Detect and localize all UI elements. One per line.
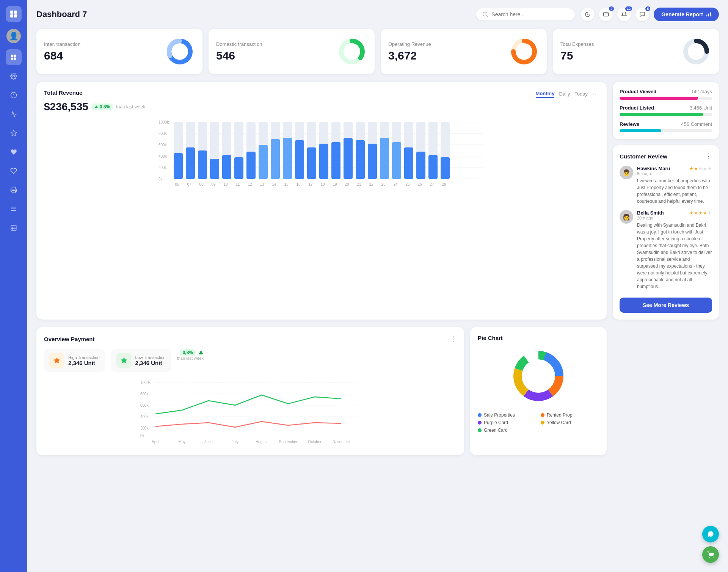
payment-dots-menu[interactable]: ⋮ xyxy=(450,335,457,343)
pie-wrap xyxy=(478,346,599,406)
metric-name-2: Reviews xyxy=(620,121,639,127)
svg-text:27: 27 xyxy=(430,182,434,186)
search-bar[interactable] xyxy=(476,8,575,20)
sidebar-item-star[interactable] xyxy=(6,125,22,141)
wallet-button[interactable]: 2 xyxy=(599,8,613,21)
sidebar-item-heart[interactable] xyxy=(6,144,22,160)
metric-product-viewed: Product Viewed 561/days xyxy=(620,89,712,100)
revenue-value: $236,535 xyxy=(44,101,88,113)
tab-monthly[interactable]: Monthly xyxy=(536,90,555,98)
review-dots-menu[interactable]: ⋮ xyxy=(705,152,712,160)
pie-title: Pie Chart xyxy=(478,335,599,341)
tab-daily[interactable]: Daily xyxy=(559,90,570,97)
legend-green-card: Green Card xyxy=(478,428,536,433)
stat-label-0: Inter. transaction xyxy=(44,41,80,47)
svg-text:08: 08 xyxy=(199,182,204,186)
svg-rect-5 xyxy=(14,55,16,57)
payment-line-chart: 1000k 800k 600k 400k 200k 0k xyxy=(44,378,457,448)
review-header: Customer Review ⋮ xyxy=(620,152,712,160)
svg-rect-81 xyxy=(271,139,280,179)
sidebar-item-info[interactable] xyxy=(6,87,22,103)
chat-button[interactable]: 5 xyxy=(635,8,649,21)
svg-marker-37 xyxy=(95,105,98,108)
svg-rect-92 xyxy=(404,147,413,179)
svg-text:600k: 600k xyxy=(158,143,167,147)
svg-text:400k: 400k xyxy=(158,154,167,158)
donut-chart-0 xyxy=(165,36,195,67)
metric-name-0: Product Viewed xyxy=(620,89,656,94)
svg-rect-91 xyxy=(392,142,401,179)
progress-bar-1 xyxy=(620,113,712,116)
review-title: Customer Review xyxy=(620,153,667,160)
revenue-dots-menu[interactable]: ⋯ xyxy=(592,89,599,98)
metrics-card: Product Viewed 561/days Product Listed 3… xyxy=(613,82,719,139)
stat-value-3: 75 xyxy=(560,49,594,62)
avatar[interactable]: 👤 xyxy=(6,29,21,43)
high-transaction-icon xyxy=(49,353,64,368)
see-more-reviews-button[interactable]: See More Reviews xyxy=(620,298,712,313)
svg-rect-74 xyxy=(186,147,195,179)
svg-rect-7 xyxy=(14,58,16,60)
sidebar-item-dashboard[interactable] xyxy=(6,49,22,65)
bell-badge: 12 xyxy=(625,6,632,11)
stat-value-0: 684 xyxy=(44,49,80,62)
review-text-0: I viewed a number of properties with Jus… xyxy=(637,177,712,205)
svg-text:0k: 0k xyxy=(140,434,145,438)
payment-trend: 0,8% than last week xyxy=(177,349,204,372)
svg-text:24: 24 xyxy=(393,182,398,186)
svg-text:400k: 400k xyxy=(140,415,149,419)
svg-point-145 xyxy=(709,557,710,558)
revenue-trend-badge: 0,8% xyxy=(91,103,113,110)
svg-text:800k: 800k xyxy=(140,392,149,396)
stat-value-2: 3,672 xyxy=(388,49,431,62)
content-row: Total Revenue Monthly Daily Today ⋯ $236… xyxy=(36,82,719,320)
stat-card-operating-revenue: Operating Revenue 3,672 xyxy=(381,29,547,74)
svg-text:September: September xyxy=(279,440,298,444)
generate-report-button[interactable]: Generate Report xyxy=(654,8,719,21)
sidebar-item-print[interactable] xyxy=(6,182,22,198)
stat-card-inter-transaction: Inter. transaction 684 xyxy=(36,29,202,74)
review-item-1: 👩 Bella Smith ★★★★★ 20m ago Dealing with… xyxy=(620,210,712,290)
search-input[interactable] xyxy=(491,11,567,17)
fab-cart[interactable] xyxy=(702,546,719,563)
svg-rect-1 xyxy=(14,11,17,14)
sidebar-item-analytics[interactable] xyxy=(6,106,22,122)
svg-rect-80 xyxy=(259,145,268,179)
sidebar-item-settings[interactable] xyxy=(6,68,22,84)
svg-rect-89 xyxy=(368,144,377,179)
svg-text:09: 09 xyxy=(211,182,216,186)
svg-text:23: 23 xyxy=(381,182,386,186)
svg-rect-95 xyxy=(441,157,450,179)
stat-value-1: 546 xyxy=(216,49,262,62)
sidebar-item-menu[interactable] xyxy=(6,201,22,217)
svg-text:July: July xyxy=(232,440,238,444)
bell-button[interactable]: 12 xyxy=(617,8,631,21)
svg-text:20: 20 xyxy=(345,182,349,186)
sidebar-item-heart-outline[interactable] xyxy=(6,163,22,179)
fab-support[interactable] xyxy=(702,526,719,542)
svg-text:1000k: 1000k xyxy=(158,120,169,124)
svg-text:17: 17 xyxy=(308,182,313,186)
revenue-header: Total Revenue Monthly Daily Today ⋯ xyxy=(44,89,599,98)
reviewer-avatar-1: 👩 xyxy=(620,210,633,224)
svg-point-21 xyxy=(483,12,487,16)
svg-text:200k: 200k xyxy=(140,426,149,430)
svg-text:600k: 600k xyxy=(140,403,149,407)
progress-fill-2 xyxy=(620,129,661,132)
app-logo[interactable] xyxy=(6,6,22,22)
revenue-trend-sub: than last week xyxy=(116,104,145,110)
sidebar-item-list[interactable] xyxy=(6,220,22,236)
svg-point-146 xyxy=(713,557,714,558)
tab-today[interactable]: Today xyxy=(574,90,588,97)
svg-text:16: 16 xyxy=(296,182,301,186)
svg-text:15: 15 xyxy=(284,182,289,186)
revenue-tabs: Monthly Daily Today ⋯ xyxy=(536,89,599,98)
bottom-row: Overview Payment ⋮ High Transaction 2,34… xyxy=(36,327,719,455)
svg-text:August: August xyxy=(256,440,267,444)
pie-chart-card: Pie Chart xyxy=(470,327,607,455)
moon-toggle[interactable] xyxy=(581,8,595,21)
svg-text:21: 21 xyxy=(357,182,361,186)
reviewer-avatar-0: 👨 xyxy=(620,166,633,179)
svg-text:May: May xyxy=(179,440,186,444)
low-transaction-icon xyxy=(116,353,132,368)
